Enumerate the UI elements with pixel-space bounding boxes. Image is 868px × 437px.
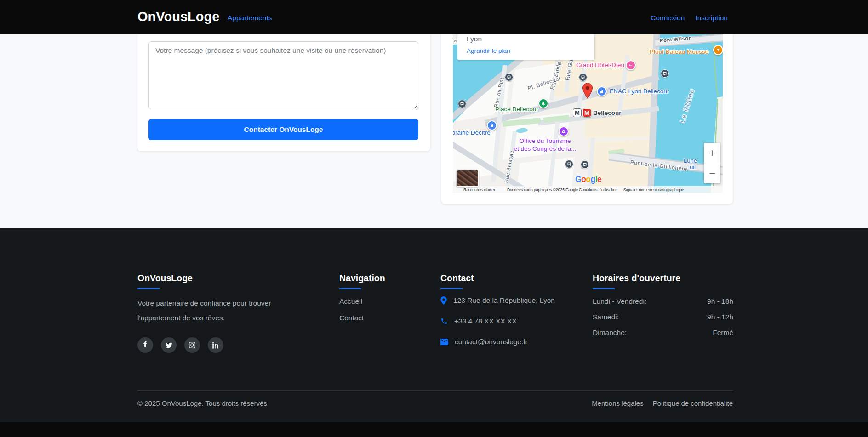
footer-link-accueil[interactable]: Accueil xyxy=(339,297,362,306)
map-marker-pin[interactable] xyxy=(582,83,593,101)
bus-stop-icon xyxy=(458,100,466,108)
google-logo-letter: g xyxy=(591,175,595,184)
map-attribution-bar: Raccourcis clavier Données cartographiqu… xyxy=(453,186,723,193)
footer-address-row: 123 Rue de la République, Lyon xyxy=(440,296,555,305)
message-textarea[interactable] xyxy=(148,41,418,109)
google-logo-letter: G xyxy=(575,175,581,184)
nav-link-appartements[interactable]: Appartements xyxy=(228,14,272,22)
hours-row: Dimanche: Fermé xyxy=(593,329,733,337)
keyboard-shortcuts-button[interactable]: Raccourcis clavier xyxy=(463,187,495,192)
footer-email-row: contact@onvousloge.fr xyxy=(440,338,528,346)
nav-link-inscription[interactable]: Inscription xyxy=(695,14,728,22)
terms-link[interactable]: Conditions d'utilisation xyxy=(579,187,617,192)
metro-station-icon[interactable]: M xyxy=(573,108,582,117)
footer-brand-description: Votre partenaire de confiance pour trouv… xyxy=(137,296,298,325)
bus-stop-icon xyxy=(579,73,587,81)
footer-email: contact@onvousloge.fr xyxy=(455,338,528,346)
metro-station-icon[interactable]: M xyxy=(582,108,591,117)
office-line-1: Office du Tourisme xyxy=(507,137,583,145)
zoom-in-button[interactable]: + xyxy=(704,143,720,163)
location-pin-icon xyxy=(440,296,447,305)
hours-label: Lundi - Vendredi: xyxy=(593,297,646,306)
office-line-2: et des Congrès de la... xyxy=(507,145,583,153)
google-logo-letter: o xyxy=(581,175,586,184)
facebook-icon[interactable] xyxy=(137,337,153,353)
bus-stop-icon xyxy=(505,73,513,81)
linkedin-icon[interactable] xyxy=(208,337,223,353)
bus-stop-icon xyxy=(565,160,573,168)
map-card: Pont Wilson Pl. Bellecour Rue du Plat Ru… xyxy=(441,18,733,204)
phone-icon xyxy=(440,318,448,325)
brand-logo[interactable]: OnVousLoge xyxy=(137,9,219,24)
map-info-city: Lyon xyxy=(467,35,482,43)
hours-value: 9h - 18h xyxy=(707,297,733,306)
footer-navigation-title: Navigation xyxy=(339,273,385,284)
mentions-legales-link[interactable]: Mentions légales xyxy=(592,399,644,407)
google-logo-letter: e xyxy=(597,175,601,184)
hours-label: Dimanche: xyxy=(593,329,627,337)
map-label-fragment-lune: Lune xyxy=(684,157,697,164)
footer: OnVousLoge Votre partenaire de confiance… xyxy=(0,228,868,422)
accent-underline xyxy=(137,288,160,289)
hotel-poi-icon[interactable] xyxy=(626,60,636,70)
google-map[interactable]: Pont Wilson Pl. Bellecour Rue du Plat Ru… xyxy=(453,28,723,193)
hours-value: Fermé xyxy=(713,329,733,337)
footer-divider xyxy=(137,390,733,391)
footer-address: 123 Rue de la République, Lyon xyxy=(453,296,555,305)
accent-underline xyxy=(593,288,615,289)
map-label-plouf-bateau-mousse: Plouf Bateau Mousse xyxy=(650,48,708,55)
legal-links: Mentions légales Politique de confidenti… xyxy=(592,399,733,407)
zoom-out-button[interactable]: − xyxy=(704,163,720,183)
footer-phone: +33 4 78 XX XX XX xyxy=(454,317,517,325)
footer-contact-title: Contact xyxy=(440,273,474,284)
hours-row: Lundi - Vendredi: 9h - 18h xyxy=(593,297,733,306)
envelope-icon xyxy=(440,339,448,345)
copyright-text: © 2025 OnVousLoge. Tous droits réservés. xyxy=(137,399,269,407)
contact-form-card: Contacter OnVousLoge xyxy=(137,18,430,151)
social-links xyxy=(137,337,223,353)
accent-underline xyxy=(339,288,361,289)
map-label-office-tourisme: Office du Tourisme et des Congrès de la.… xyxy=(507,137,583,153)
auth-links: Connexion Inscription xyxy=(651,14,728,22)
map-data-text: Données cartographiques ©2025 Google xyxy=(507,187,578,192)
hours-value: 9h - 12h xyxy=(707,313,733,321)
nav-link-connexion[interactable]: Connexion xyxy=(651,14,685,22)
hours-row: Samedi: 9h - 12h xyxy=(593,313,733,321)
map-label-place-bellecour: Place Bellecour xyxy=(495,106,538,113)
map-label-librairie-decitre: Librairie Decitre xyxy=(453,129,491,136)
map-zoom-control: + − xyxy=(704,143,720,183)
map-label-grand-hotel-dieu: Grand Hôtel-Dieu xyxy=(576,62,624,68)
report-error-link[interactable]: Signaler une erreur cartographique xyxy=(623,187,684,192)
footer-hours-title: Horaires d'ouverture xyxy=(593,273,680,284)
bus-stop-icon xyxy=(661,69,669,78)
footer-brand-title: OnVousLoge xyxy=(137,273,193,284)
footer-link-contact[interactable]: Contact xyxy=(339,314,364,322)
decitre-lock-poi-icon[interactable] xyxy=(487,120,497,131)
fnac-lock-poi-icon[interactable] xyxy=(597,86,607,96)
instagram-icon[interactable] xyxy=(184,337,200,353)
satellite-view-toggle[interactable] xyxy=(457,170,479,187)
top-navbar: OnVousLoge Appartements Connexion Inscri… xyxy=(0,0,868,34)
park-tree-poi-icon[interactable] xyxy=(538,98,548,108)
hours-label: Samedi: xyxy=(593,313,619,321)
google-logo[interactable]: Google xyxy=(575,175,601,184)
footer-phone-row: +33 4 78 XX XX XX xyxy=(440,317,517,325)
map-label-bellecour: Bellecour xyxy=(593,109,622,116)
page-background xyxy=(0,34,868,228)
map-label-fragment-uil: uil xyxy=(690,164,696,170)
google-logo-letter: o xyxy=(586,175,590,184)
map-label-fnac: FNAC Lyon Bellecour xyxy=(610,88,669,95)
politique-confidentialite-link[interactable]: Politique de confidentialité xyxy=(653,399,733,407)
camera-poi-icon[interactable] xyxy=(559,126,569,136)
contact-submit-button[interactable]: Contacter OnVousLoge xyxy=(148,119,418,140)
enlarge-map-link[interactable]: Agrandir le plan xyxy=(467,47,510,54)
accent-underline xyxy=(440,288,463,289)
cocktail-poi-icon[interactable] xyxy=(713,45,723,55)
twitter-icon[interactable] xyxy=(161,337,177,353)
bus-stop-icon xyxy=(581,160,589,169)
